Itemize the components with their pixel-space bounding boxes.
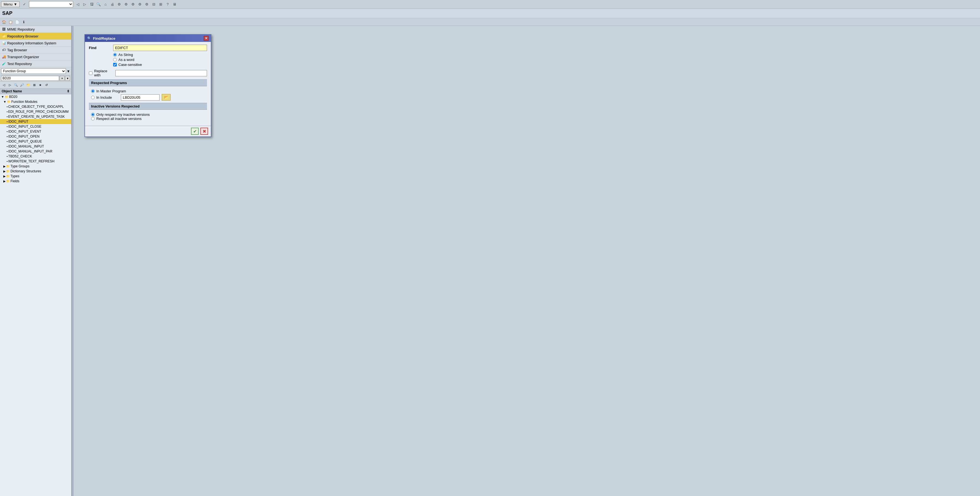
dialog-close-button[interactable]: ✕ [204, 36, 208, 41]
tree-item-idoc-input-close[interactable]: • IDOC_INPUT_CLOSE [0, 124, 71, 129]
print-icon[interactable]: 🖨 [109, 2, 115, 8]
in-master-option[interactable]: In Master Program [91, 89, 205, 93]
help-icon[interactable]: ? [164, 2, 170, 8]
case-sensitive-option[interactable]: Case-sensitive [113, 63, 207, 67]
repo-browser-icon: 📁 [2, 34, 6, 38]
tree-item-edi-role[interactable]: • EDI_ROLE_FOR_PROC_CHECKDUMM [0, 109, 71, 114]
dialog-cancel-button[interactable]: ✖ [200, 128, 208, 135]
nav-forward-icon[interactable]: ▷ [82, 2, 88, 8]
in-master-label: In Master Program [96, 89, 126, 93]
search-dropdown-btn[interactable]: ▼ [65, 76, 70, 81]
search-input[interactable] [1, 76, 59, 81]
tool1-icon[interactable]: ⚙ [116, 2, 122, 8]
as-word-radio[interactable] [113, 58, 117, 62]
tool3-icon[interactable]: ⚙ [130, 2, 136, 8]
sec-icon-1[interactable]: 🏠 [1, 19, 6, 25]
tree-star-icon[interactable]: ★ [38, 82, 43, 88]
tree-item-check-object[interactable]: • CHECK_OBJECT_TYPE_IDOCAPPL [0, 104, 71, 109]
tool6-icon[interactable]: ⊟ [151, 2, 157, 8]
only-inactive-radio[interactable] [91, 113, 95, 116]
save-icon[interactable]: 🖫 [89, 2, 95, 8]
sec-icon-2[interactable]: 📋 [8, 19, 13, 25]
tree-item-idoc-input-queue[interactable]: • IDOC_INPUT_QUEUE [0, 139, 71, 144]
in-master-radio[interactable] [91, 89, 95, 93]
tree-label-event-create: EVENT_CREATE_IN_UPDATE_TASK [8, 115, 65, 119]
tree-item-function-modules[interactable]: ▼ 📁 Function Modules [0, 99, 71, 104]
nav-item-test-repo[interactable]: 🧪 Test Repository [0, 60, 71, 67]
nav-item-mime[interactable]: 🖼 MIME Repository [0, 26, 71, 33]
nav-repo-info-label: Repository Information System [7, 41, 56, 45]
tree-item-event-create[interactable]: • EVENT_CREATE_IN_UPDATE_TASK [0, 114, 71, 119]
monitor-icon[interactable]: 🖥 [171, 2, 177, 8]
only-inactive-option[interactable]: Only respect my inactive versions [91, 113, 205, 117]
tree-item-tbd52[interactable]: • TBD52_CHECK [0, 154, 71, 159]
all-inactive-option[interactable]: Respect all inactive versions [91, 117, 205, 121]
nav-back-icon[interactable]: ◁ [75, 2, 81, 8]
tree-grid-icon[interactable]: ⊞ [32, 82, 37, 88]
dialog-ok-button[interactable]: ✔ [191, 128, 199, 135]
tool7-icon[interactable]: ⊞ [158, 2, 164, 8]
tree-item-idoc-manual-par[interactable]: • IDOC_MANUAL_INPUT_PAR [0, 149, 71, 154]
tree-item-idoc-manual[interactable]: • IDOC_MANUAL_INPUT [0, 144, 71, 149]
command-dropdown[interactable] [29, 1, 73, 8]
tree-item-bd20[interactable]: ▼ 📁 BD20 [0, 94, 71, 99]
nav-item-repo-info[interactable]: 📊 Repository Information System [0, 40, 71, 47]
replace-input[interactable] [115, 70, 207, 76]
tree-forward-icon[interactable]: ▷ [7, 82, 13, 88]
case-sensitive-label: Case-sensitive [118, 63, 142, 67]
expand-type-icon: ▶ [3, 165, 6, 168]
tree-folder-fm-icon: 📁 [7, 100, 11, 104]
tree-label-function-modules: Function Modules [11, 100, 38, 104]
include-browse-button[interactable]: 📂 [162, 94, 170, 101]
tree-item-types[interactable]: ▶ 📁 Types [0, 174, 71, 179]
search-clear-btn[interactable]: ✕ [60, 76, 65, 81]
as-string-option[interactable]: As String [113, 53, 207, 57]
tree-refresh-icon[interactable]: ↺ [44, 82, 49, 88]
replace-checkbox[interactable] [89, 71, 92, 75]
in-include-option[interactable]: In Include [91, 95, 119, 100]
tree-area[interactable]: ▼ 📁 BD20 ▼ 📁 Function Modules • CHECK_OB… [0, 94, 71, 496]
dialog-title: Find/Replace [93, 36, 115, 41]
home-icon[interactable]: ⌂ [102, 2, 108, 8]
all-inactive-radio[interactable] [91, 117, 95, 120]
tree-item-idoc-input-event[interactable]: • IDOC_INPUT_EVENT [0, 129, 71, 134]
tree-item-idoc-input[interactable]: • IDOC_INPUT [0, 119, 71, 124]
tree-search-icon[interactable]: 🔎 [19, 82, 25, 88]
bullet-workitem-icon: • [6, 160, 8, 163]
tree-item-fields[interactable]: ▶ 📁 Fields [0, 179, 71, 184]
find-icon[interactable]: 🔍 [95, 2, 102, 8]
tree-item-type-groups[interactable]: ▶ 📁 Type Groups [0, 164, 71, 169]
tree-item-workitem[interactable]: • WORKITEM_TEXT_REFRESH [0, 159, 71, 164]
tree-label-workitem: WORKITEM_TEXT_REFRESH [8, 159, 54, 163]
tool4-icon[interactable]: ⚙ [137, 2, 143, 8]
find-input[interactable] [113, 45, 207, 51]
tool2-icon[interactable]: ⚙ [123, 2, 129, 8]
find-label: Find [89, 46, 111, 50]
replace-checkbox-label[interactable]: Replace with [89, 69, 113, 77]
tree-label-dict-structures: Dictionary Structures [11, 169, 41, 173]
sec-icon-4[interactable]: ℹ [21, 19, 27, 25]
tree-expand-icon[interactable]: 🔍 [13, 82, 19, 88]
tree-toolbar: ◁ ▷ 🔍 🔎 📁 ⊞ ★ ↺ [0, 82, 71, 89]
sec-icon-3[interactable]: 📄 [14, 19, 20, 25]
tree-item-idoc-input-open[interactable]: • IDOC_INPUT_OPEN [0, 134, 71, 139]
case-sensitive-checkbox[interactable] [113, 63, 117, 67]
right-area: 🔍 Find/Replace ✕ Find As String [73, 26, 980, 496]
function-group-select[interactable]: Function Group Program Class [1, 68, 66, 74]
expand-dict-icon: ▶ [3, 170, 6, 173]
tree-back-icon[interactable]: ◁ [1, 82, 6, 88]
nav-item-tag-browser[interactable]: 🏷 Tag Browser [0, 47, 71, 54]
as-word-option[interactable]: As a word [113, 58, 207, 62]
in-include-radio[interactable] [91, 96, 95, 99]
check-icon[interactable]: ✓ [21, 2, 27, 8]
tree-item-dict-structures[interactable]: ▶ 📁 Dictionary Structures [0, 169, 71, 174]
tool5-icon[interactable]: ⚙ [144, 2, 150, 8]
as-string-radio[interactable] [113, 53, 117, 57]
tree-folder-icon[interactable]: 📁 [25, 82, 31, 88]
in-include-input[interactable] [121, 94, 159, 101]
nav-item-repository-browser[interactable]: 📁 Repository Browser [0, 33, 71, 40]
tree-label-bd20: BD20 [9, 95, 18, 99]
menu-button[interactable]: Menu ▼ [1, 2, 20, 7]
nav-item-transport[interactable]: 🚚 Transport Organizer [0, 54, 71, 60]
expand-types-icon: ▶ [3, 174, 6, 178]
